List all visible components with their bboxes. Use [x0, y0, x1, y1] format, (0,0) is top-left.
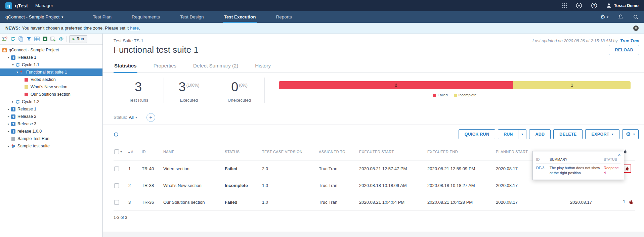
- grid-settings-button[interactable]: ⚙ ▾: [622, 129, 639, 139]
- test-run-id-link[interactable]: TR-40: [142, 160, 163, 177]
- documents-icon[interactable]: [18, 36, 24, 42]
- datagrid-icon[interactable]: [34, 36, 40, 42]
- tab-properties[interactable]: Properties: [153, 60, 177, 73]
- qtest-logo-icon[interactable]: q: [5, 2, 12, 9]
- tree-node-release-1[interactable]: ▾Release 1: [0, 54, 102, 61]
- reload-button[interactable]: RELOAD: [609, 45, 639, 55]
- delete-button[interactable]: DELETE: [553, 129, 583, 139]
- select-menu-caret-icon[interactable]: ▾: [120, 150, 122, 153]
- nav-tab-reports[interactable]: Reports: [275, 11, 293, 23]
- assigned-to: Truc Tran: [319, 177, 359, 194]
- project-selector[interactable]: qConnect - Sample Project ▾: [5, 14, 63, 19]
- expand-arrow-icon[interactable]: ▸: [11, 100, 15, 103]
- test-run-id-link[interactable]: TR-38: [142, 177, 163, 194]
- collapse-arrow-icon[interactable]: ▾: [15, 70, 19, 74]
- nav-tab-requirements[interactable]: Requirements: [131, 11, 161, 23]
- eye-icon[interactable]: [58, 36, 64, 42]
- col-header-executed-end[interactable]: EXECUTED END: [427, 144, 496, 160]
- select-all-checkbox[interactable]: [114, 149, 119, 154]
- tree-node-sample-test-run[interactable]: Sample Test Run: [0, 135, 102, 142]
- tree-node-cycle-1-1[interactable]: ▾Cycle 1.1: [0, 61, 102, 68]
- col-header-assigned-to[interactable]: ASSIGNED TO: [319, 144, 359, 160]
- settings-menu[interactable]: ⚙ ▾: [600, 14, 608, 20]
- download-icon[interactable]: [576, 2, 582, 9]
- tree-node-qconnect-sample-project[interactable]: qConnect - Sample Project: [0, 46, 102, 54]
- col-header-id[interactable]: ID: [142, 144, 163, 160]
- filter-icon[interactable]: [26, 36, 32, 42]
- col-header-test-case-version[interactable]: TEST CASE VERSION: [262, 144, 319, 160]
- col-header-num[interactable]: ▴ #: [128, 144, 142, 160]
- nav-tab-test-execution[interactable]: Test Execution: [223, 11, 256, 23]
- help-icon[interactable]: ?: [591, 2, 597, 9]
- bug-icon[interactable]: [627, 198, 635, 206]
- defect-summary-popup: ✕ IDSUMMARYSTATUS DF-3The play button do…: [532, 151, 624, 180]
- excel-export-icon[interactable]: [42, 36, 48, 42]
- collapse-arrow-icon[interactable]: ▾: [11, 63, 15, 66]
- status-filter-dropdown[interactable]: All ▾: [129, 115, 137, 120]
- tab-statistics[interactable]: Statistics: [114, 60, 137, 73]
- defects-cell[interactable]: [623, 160, 635, 177]
- project-selector-label: qConnect - Sample Project: [5, 14, 59, 19]
- defect-id-link[interactable]: DF-3: [536, 166, 544, 170]
- expand-arrow-icon[interactable]: ▸: [6, 115, 11, 118]
- row-checkbox[interactable]: [114, 200, 119, 205]
- tree-node-our-solutions-section[interactable]: Our Solutions section: [0, 91, 102, 98]
- col-header-status[interactable]: STATUS: [225, 144, 262, 160]
- tree-node-release-1-0-0[interactable]: ▸release 1.0.0: [0, 128, 102, 135]
- tree-node-release-1[interactable]: ▸Release 1: [0, 105, 102, 113]
- nav-tab-test-design[interactable]: Test Design: [179, 11, 205, 23]
- expand-arrow-icon[interactable]: ▸: [6, 144, 11, 148]
- caret-down-icon: ▾: [61, 15, 63, 19]
- test-run-id-link[interactable]: TR-36: [142, 194, 163, 210]
- run-dropdown-caret[interactable]: ▾: [518, 130, 526, 139]
- expand-arrow-icon[interactable]: ▸: [6, 122, 11, 126]
- legend-swatch: [433, 94, 436, 97]
- apps-grid-icon[interactable]: [562, 3, 567, 8]
- row-checkbox[interactable]: [114, 167, 119, 171]
- expand-arrow-icon[interactable]: ▸: [6, 130, 11, 133]
- stat-unexecuted: 0(0%)Unexecuted: [214, 78, 265, 103]
- export-button[interactable]: EXPORT ▾: [585, 129, 619, 139]
- tab-defect-summary-2[interactable]: Defect Summary (2): [192, 60, 239, 73]
- tab-history[interactable]: History: [254, 60, 271, 73]
- col-header-executed-start[interactable]: EXECUTED START: [359, 144, 427, 160]
- quick-run-button[interactable]: QUICK RUN: [459, 129, 496, 139]
- popup-close-icon[interactable]: ✕: [618, 153, 621, 157]
- user-menu[interactable]: Tosca Demo: [606, 3, 639, 8]
- add-filter-button[interactable]: +: [146, 113, 155, 122]
- sidebar-toolbar-icons: [2, 36, 64, 42]
- legend-swatch: [454, 94, 457, 97]
- tree-node-release-3[interactable]: ▸Release 3: [0, 120, 102, 128]
- tree-node-sample-test-suite[interactable]: ▸Sample test suite: [0, 142, 102, 150]
- brand-name: qTest: [15, 3, 28, 8]
- timezone-link[interactable]: here: [130, 26, 139, 31]
- tree-node-release-2[interactable]: ▸Release 2: [0, 113, 102, 120]
- last-updated-user-link[interactable]: Truc Tran: [620, 39, 639, 43]
- run-button-sidebar[interactable]: ▶ Run: [69, 35, 87, 43]
- export-grid-icon[interactable]: [50, 36, 56, 42]
- defects-cell[interactable]: 1: [623, 194, 635, 210]
- tree-node-video-section[interactable]: Video section: [0, 76, 102, 83]
- sync-icon[interactable]: [10, 36, 16, 42]
- expand-arrow-icon[interactable]: ▸: [6, 107, 11, 111]
- cycle-icon: [15, 63, 20, 67]
- test-run-row: 3TR-36Our Solutions sectionFailed1.0Truc…: [114, 194, 635, 210]
- tree-node-functional-test-suite-1[interactable]: ▾Functional test suite 1: [0, 68, 102, 76]
- cycle-icon: [15, 100, 20, 104]
- run-button[interactable]: RUN: [498, 130, 518, 139]
- add-button[interactable]: ADD: [529, 129, 551, 139]
- snapshot-icon[interactable]: [2, 36, 8, 42]
- defects-column-header[interactable]: [623, 144, 635, 160]
- notifications-bell-icon[interactable]: [618, 14, 624, 20]
- tree-node-what-s-new-section[interactable]: What's New section: [0, 83, 102, 91]
- col-header-name[interactable]: NAME: [163, 144, 225, 160]
- row-checkbox[interactable]: [114, 183, 119, 188]
- collapse-arrow-icon[interactable]: ▾: [6, 56, 11, 59]
- news-close-icon[interactable]: ✕: [633, 26, 639, 31]
- executed-end: 2020.08.18 10:18:27 AM: [427, 177, 496, 194]
- nav-tab-test-plan[interactable]: Test Plan: [92, 11, 112, 23]
- export-label: EXPORT: [591, 132, 609, 137]
- refresh-icon[interactable]: [114, 132, 119, 137]
- tree-node-cycle-1-2[interactable]: ▸Cycle 1.2: [0, 98, 102, 105]
- search-icon[interactable]: [633, 14, 639, 20]
